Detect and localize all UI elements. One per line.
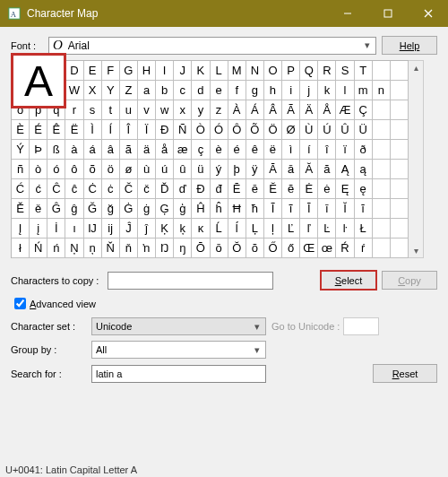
char-cell[interactable]: w (156, 100, 174, 120)
char-cell[interactable]: Ġ (120, 199, 138, 219)
char-cell[interactable]: à (65, 140, 83, 160)
char-cell[interactable]: L (211, 61, 228, 81)
char-cell[interactable]: č (138, 179, 156, 199)
char-cell[interactable]: æ (174, 140, 192, 160)
char-cell[interactable]: â (102, 140, 120, 160)
char-cell[interactable]: Ċ (84, 179, 102, 199)
char-cell[interactable]: Ĕ (264, 179, 282, 199)
scroll-up-icon[interactable]: ▴ (414, 61, 418, 74)
char-cell[interactable]: Ŀ (318, 219, 336, 238)
char-cell[interactable]: d (192, 81, 210, 100)
char-cell[interactable]: Â (264, 100, 282, 120)
char-cell[interactable]: ý (211, 160, 228, 179)
char-cell[interactable]: Ĭ (336, 199, 354, 219)
char-cell[interactable]: ķ (174, 219, 192, 238)
char-cell[interactable]: ĩ (282, 199, 300, 219)
char-cell[interactable]: Ā (264, 160, 282, 179)
char-cell[interactable] (391, 81, 409, 100)
reset-button[interactable]: Reset (373, 364, 437, 383)
char-cell[interactable]: ö (102, 160, 120, 179)
char-cell[interactable]: Í (102, 120, 120, 140)
char-cell[interactable]: ú (156, 160, 174, 179)
characters-to-copy-input[interactable] (108, 272, 273, 290)
char-cell[interactable] (391, 140, 409, 160)
char-cell[interactable]: c (174, 81, 192, 100)
char-cell[interactable]: Ï (138, 120, 156, 140)
char-cell[interactable]: Ō (192, 238, 210, 258)
char-cell[interactable] (391, 120, 409, 140)
char-cell[interactable]: a (138, 81, 156, 100)
char-cell[interactable]: l (336, 81, 354, 100)
char-cell[interactable]: ľ (300, 219, 318, 238)
char-cell[interactable]: Į (12, 219, 30, 238)
char-cell[interactable]: s (84, 100, 102, 120)
advanced-view-label[interactable]: Advanced view (30, 299, 96, 309)
char-cell[interactable]: Ī (300, 199, 318, 219)
char-cell[interactable]: Á (246, 100, 264, 120)
char-cell[interactable] (373, 219, 391, 238)
char-cell[interactable]: đ (211, 179, 228, 199)
char-cell[interactable]: ē (246, 179, 264, 199)
char-cell[interactable]: P (282, 61, 300, 81)
char-cell[interactable]: h (264, 81, 282, 100)
char-cell[interactable]: x (174, 100, 192, 120)
char-cell[interactable]: Ñ (174, 120, 192, 140)
char-cell[interactable]: Ô (228, 120, 246, 140)
char-cell[interactable]: é (228, 140, 246, 160)
char-cell[interactable]: Ď (156, 179, 174, 199)
char-cell[interactable]: k (318, 81, 336, 100)
char-cell[interactable]: Đ (192, 179, 210, 199)
char-cell[interactable]: Ą (336, 160, 354, 179)
char-cell[interactable]: f (228, 81, 246, 100)
copy-button[interactable]: Copy (382, 271, 437, 290)
char-cell[interactable] (373, 179, 391, 199)
char-cell[interactable]: Ņ (65, 238, 83, 258)
char-cell[interactable]: Å (318, 100, 336, 120)
char-cell[interactable]: è (211, 140, 228, 160)
char-cell[interactable]: ğ (102, 199, 120, 219)
char-cell[interactable]: ô (65, 160, 83, 179)
char-cell[interactable]: Õ (246, 120, 264, 140)
char-cell[interactable] (373, 199, 391, 219)
char-cell[interactable]: ł (12, 238, 30, 258)
char-cell[interactable] (373, 120, 391, 140)
char-cell[interactable]: Ğ (84, 199, 102, 219)
char-cell[interactable]: Ú (318, 120, 336, 140)
char-cell[interactable]: ă (318, 160, 336, 179)
char-cell[interactable]: Ě (12, 199, 30, 219)
char-cell[interactable]: Ē (228, 179, 246, 199)
char-cell[interactable]: į (30, 219, 47, 238)
char-cell[interactable]: Û (336, 120, 354, 140)
select-button[interactable]: Select (321, 271, 376, 290)
char-cell[interactable]: õ (84, 160, 102, 179)
char-cell[interactable]: F (102, 61, 120, 81)
char-cell[interactable]: ě (30, 199, 47, 219)
charset-dropdown[interactable]: Unicode ▾ (91, 317, 266, 335)
search-input[interactable]: latin a (91, 365, 266, 383)
char-cell[interactable]: Ö (264, 120, 282, 140)
char-cell[interactable]: ĉ (65, 179, 83, 199)
char-cell[interactable]: ê (246, 140, 264, 160)
char-cell[interactable]: Č (120, 179, 138, 199)
char-cell[interactable]: Ý (12, 140, 30, 160)
char-cell[interactable]: œ (318, 238, 336, 258)
char-cell[interactable] (391, 100, 409, 120)
char-cell[interactable]: Ŋ (156, 238, 174, 258)
char-cell[interactable] (373, 61, 391, 81)
char-cell[interactable]: ń (47, 238, 65, 258)
char-cell[interactable]: Ł (355, 219, 373, 238)
char-cell[interactable]: ď (174, 179, 192, 199)
char-cell[interactable]: ę (355, 179, 373, 199)
char-cell[interactable]: ı (65, 219, 83, 238)
char-cell[interactable]: Ê (47, 120, 65, 140)
char-cell[interactable] (391, 61, 409, 81)
char-cell[interactable]: ß (47, 140, 65, 160)
char-cell[interactable]: u (120, 100, 138, 120)
char-cell[interactable]: N (246, 61, 264, 81)
char-cell[interactable] (391, 219, 409, 238)
char-cell[interactable]: ģ (174, 199, 192, 219)
char-cell[interactable]: i (282, 81, 300, 100)
char-cell[interactable]: Ø (282, 120, 300, 140)
char-cell[interactable]: ó (47, 160, 65, 179)
help-button[interactable]: Help (382, 36, 437, 55)
